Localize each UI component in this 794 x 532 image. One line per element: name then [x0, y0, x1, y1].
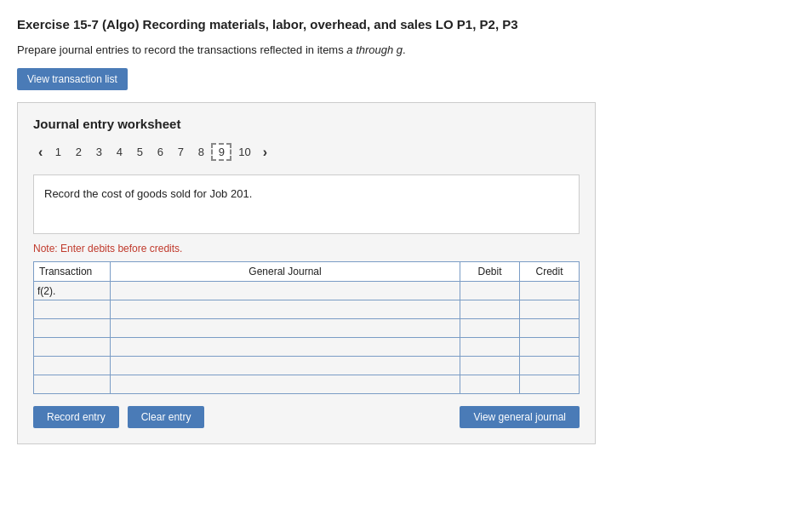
general-journal-cell-1[interactable] — [111, 282, 460, 300]
debit-input-6[interactable] — [460, 375, 519, 393]
credit-input-4[interactable] — [520, 338, 579, 356]
transaction-label-1: f(2). — [34, 282, 111, 300]
subtitle: Prepare journal entries to record the tr… — [17, 43, 777, 56]
debit-input-3[interactable] — [460, 319, 519, 337]
credit-input-2[interactable] — [520, 300, 579, 318]
debit-cell-3[interactable] — [460, 319, 520, 338]
credit-cell-2[interactable] — [520, 300, 580, 319]
general-journal-input-1[interactable] — [111, 282, 460, 300]
credit-cell-3[interactable] — [520, 319, 580, 338]
general-journal-cell-3[interactable] — [111, 319, 460, 338]
button-row: Record entry Clear entry View general jo… — [33, 406, 580, 428]
next-page-button[interactable]: › — [258, 145, 272, 160]
record-entry-button[interactable]: Record entry — [33, 406, 119, 428]
debit-cell-5[interactable] — [460, 357, 520, 375]
worksheet-title: Journal entry worksheet — [33, 117, 580, 131]
debit-cell-4[interactable] — [460, 338, 520, 357]
transaction-label-2 — [34, 300, 111, 319]
general-journal-cell-6[interactable] — [111, 375, 460, 394]
general-journal-cell-2[interactable] — [111, 300, 460, 319]
view-general-journal-button[interactable]: View general journal — [460, 406, 580, 428]
note-text: Note: Enter debits before credits. — [33, 243, 580, 255]
credit-input-6[interactable] — [520, 375, 579, 393]
debit-input-5[interactable] — [460, 357, 519, 375]
general-journal-input-6[interactable] — [111, 375, 460, 393]
view-transaction-list-button[interactable]: View transaction list — [17, 68, 128, 90]
prev-page-button[interactable]: ‹ — [33, 145, 48, 160]
table-row — [34, 300, 580, 319]
debit-input-2[interactable] — [460, 300, 519, 318]
table-row — [34, 338, 580, 357]
page-5[interactable]: 5 — [129, 144, 150, 160]
col-header-debit: Debit — [460, 262, 520, 282]
debit-input-1[interactable] — [460, 282, 519, 300]
page-10[interactable]: 10 — [231, 144, 257, 160]
col-header-credit: Credit — [520, 262, 580, 282]
page-2[interactable]: 2 — [68, 144, 89, 160]
general-journal-input-5[interactable] — [111, 357, 460, 375]
credit-cell-5[interactable] — [520, 357, 580, 375]
page-1[interactable]: 1 — [48, 144, 68, 160]
general-journal-input-3[interactable] — [111, 319, 460, 337]
debit-cell-6[interactable] — [460, 375, 520, 394]
table-row — [34, 319, 580, 338]
instruction-text: Record the cost of goods sold for Job 20… — [44, 187, 252, 200]
btn-row-left: Record entry Clear entry — [33, 406, 204, 428]
general-journal-input-2[interactable] — [111, 300, 460, 318]
debit-cell-1[interactable] — [460, 282, 520, 300]
credit-cell-4[interactable] — [520, 338, 580, 357]
credit-cell-1[interactable] — [520, 282, 580, 300]
transaction-label-5 — [34, 357, 111, 375]
clear-entry-button[interactable]: Clear entry — [128, 406, 205, 428]
page-title: Exercise 15-7 (Algo) Recording materials… — [17, 15, 777, 33]
page-4[interactable]: 4 — [109, 144, 129, 160]
table-row: f(2). — [34, 282, 580, 300]
table-row — [34, 375, 580, 394]
page-8[interactable]: 8 — [191, 144, 211, 160]
page-9[interactable]: 9 — [211, 143, 231, 161]
credit-input-1[interactable] — [520, 282, 579, 300]
general-journal-input-4[interactable] — [111, 338, 460, 356]
general-journal-cell-5[interactable] — [111, 357, 460, 375]
credit-input-5[interactable] — [520, 357, 579, 375]
page-6[interactable]: 6 — [150, 144, 170, 160]
transaction-label-4 — [34, 338, 111, 357]
worksheet-panel: Journal entry worksheet ‹ 1 2 3 4 5 6 7 … — [17, 102, 596, 444]
transaction-label-6 — [34, 375, 111, 394]
debit-input-4[interactable] — [460, 338, 519, 356]
credit-input-3[interactable] — [520, 319, 579, 337]
page-3[interactable]: 3 — [89, 144, 109, 160]
page-7[interactable]: 7 — [170, 144, 191, 160]
journal-table: Transaction General Journal Debit Credit… — [33, 261, 580, 394]
debit-cell-2[interactable] — [460, 300, 520, 319]
instruction-box: Record the cost of goods sold for Job 20… — [33, 174, 580, 234]
credit-cell-6[interactable] — [520, 375, 580, 394]
pagination: ‹ 1 2 3 4 5 6 7 8 9 10 › — [33, 143, 580, 161]
col-header-general-journal: General Journal — [111, 262, 460, 282]
transaction-label-3 — [34, 319, 111, 338]
col-header-transaction: Transaction — [34, 262, 111, 282]
general-journal-cell-4[interactable] — [111, 338, 460, 357]
table-row — [34, 357, 580, 375]
